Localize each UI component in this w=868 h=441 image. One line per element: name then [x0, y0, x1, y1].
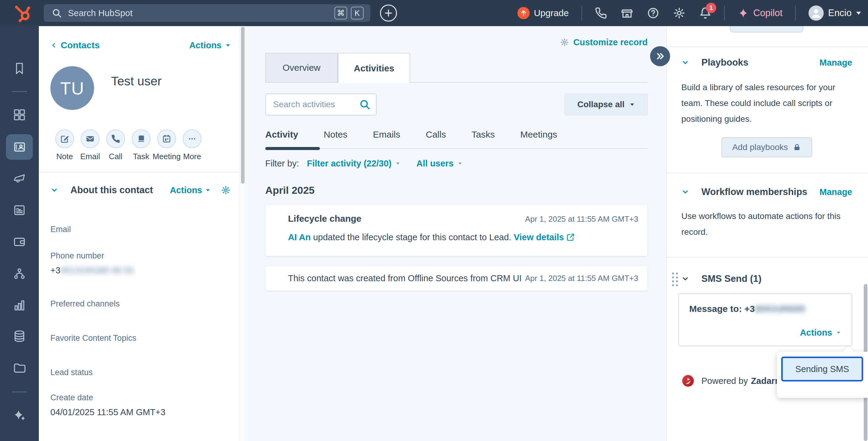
sidebar-item-library-icon[interactable] [12, 361, 26, 375]
partially-scrolled-button[interactable] [730, 26, 803, 32]
scrollbar-thumb[interactable] [241, 27, 245, 184]
copilot-button[interactable]: Copilot [738, 7, 783, 19]
caret-down-icon [630, 103, 634, 106]
meeting-label: Meeting [153, 152, 181, 161]
upgrade-arrow-icon [518, 7, 530, 19]
user-name-label: Encio [828, 8, 851, 19]
activity-card-lifecycle[interactable]: Lifecycle change Apr 1, 2025 at 11:55 AM… [265, 204, 648, 256]
sms-actions-dropdown[interactable]: Actions [800, 328, 841, 338]
task-icon [132, 129, 151, 148]
filter-users-dropdown[interactable]: All users [416, 158, 463, 169]
view-details-link[interactable]: View details [514, 232, 564, 242]
tab-calls[interactable]: Calls [426, 129, 446, 140]
email-button[interactable]: Email [81, 129, 99, 148]
sidebar-item-commerce-icon[interactable] [12, 235, 26, 249]
calling-icon[interactable] [595, 7, 607, 19]
workflows-section-title: Workflow memberships [702, 186, 807, 198]
meeting-icon [157, 129, 176, 148]
sidebar-item-data-management-icon[interactable] [12, 329, 26, 343]
back-to-contacts-link[interactable]: Contacts [51, 40, 99, 51]
call-button[interactable]: Call [106, 129, 125, 148]
caret-down-icon [396, 163, 400, 165]
sidebar-item-dashboards-icon[interactable] [12, 108, 26, 122]
sms-actions-label: Actions [800, 328, 832, 338]
call-icon [106, 129, 125, 148]
create-button[interactable] [380, 5, 397, 22]
contact-actions-dropdown[interactable]: Actions [189, 40, 231, 51]
activity-card-title: Lifecycle change [288, 213, 362, 224]
activity-card-created[interactable]: This contact was created from Offline So… [265, 265, 648, 291]
filter-by-label: Filter by: [265, 158, 299, 169]
collapse-section-chevron-icon[interactable] [681, 275, 689, 283]
powered-by-label: Powered by [702, 376, 748, 386]
upgrade-button[interactable]: Upgrade [518, 7, 569, 19]
playbooks-description: Build a library of sales resources for y… [681, 80, 858, 127]
chevron-left-icon [51, 41, 58, 49]
user-menu[interactable]: Encio [808, 5, 861, 21]
collapse-all-button[interactable]: Collapse all [564, 93, 648, 115]
collapse-section-chevron-icon[interactable] [681, 188, 689, 196]
external-link-icon [566, 233, 575, 241]
task-button[interactable]: Task [132, 129, 151, 148]
hubspot-logo-icon[interactable] [11, 2, 33, 24]
meeting-button[interactable]: Meeting [157, 129, 176, 148]
sidebar-item-bookmarks-icon[interactable] [12, 61, 26, 75]
search-icon[interactable] [359, 99, 371, 110]
field-value-create-date: 04/01/2025 11:55 AM GMT+3 [51, 407, 231, 417]
caret-down-icon [837, 332, 840, 334]
sidebar-item-reporting-icon[interactable] [12, 298, 26, 312]
about-settings-gear-icon[interactable] [221, 185, 231, 195]
collapse-section-chevron-icon[interactable] [51, 186, 58, 194]
field-value-phone[interactable]: +39013195285 69 55 [51, 265, 231, 275]
playbooks-manage-link[interactable]: Manage [819, 58, 852, 68]
marketplace-icon[interactable] [621, 7, 633, 19]
field-label-email: Email [51, 225, 231, 234]
collapse-section-chevron-icon[interactable] [681, 59, 689, 66]
hubspot-contact-record-screen: ⌘ K Upgrade [0, 0, 868, 441]
tab-overview[interactable]: Overview [265, 53, 338, 82]
email-icon [81, 129, 99, 148]
topbar-divider [795, 6, 796, 20]
sidebar-item-automations-icon[interactable] [12, 267, 26, 281]
sidebar-item-content-icon[interactable] [12, 203, 26, 217]
panel-divider [39, 172, 240, 173]
tab-tasks[interactable]: Tasks [471, 129, 495, 140]
global-search-input[interactable] [62, 8, 335, 18]
settings-gear-icon[interactable] [673, 7, 685, 19]
sms-recipient-masked: 8093185695 [755, 304, 805, 314]
tab-notes[interactable]: Notes [323, 129, 347, 140]
sms-recipient-prefix: Message to: +3 [689, 304, 755, 314]
sidebar-divider [11, 91, 27, 92]
contact-avatar: TU [51, 66, 94, 110]
menu-item-sending-sms[interactable]: Sending SMS [781, 357, 863, 381]
note-icon [55, 129, 74, 148]
actor-link[interactable]: AI An [288, 232, 311, 242]
phone-masked: 9013195285 69 55 [60, 265, 134, 275]
sms-message-card[interactable]: Message to: +38093185695 Actions [678, 293, 852, 346]
help-icon[interactable] [647, 7, 659, 19]
upgrade-label: Upgrade [534, 8, 569, 18]
field-label-phone: Phone number [51, 251, 231, 261]
tab-meetings[interactable]: Meetings [520, 129, 557, 140]
field-label-create-date: Create date [51, 393, 231, 403]
workflows-manage-link[interactable]: Manage [819, 187, 852, 197]
collapse-right-panel-button[interactable] [650, 46, 670, 66]
drag-handle-icon[interactable] [671, 271, 679, 289]
tab-activity[interactable]: Activity [265, 129, 298, 140]
workflows-description: Use workflows to automate actions for th… [681, 208, 858, 240]
sidebar-item-ai-assistant-icon[interactable] [12, 408, 26, 422]
about-section-title: About this contact [70, 185, 153, 196]
activity-filter-tabs: Activity Notes Emails Calls Tasks Meetin… [265, 129, 648, 140]
note-button[interactable]: Note [55, 129, 74, 148]
tab-activities[interactable]: Activities [338, 53, 410, 83]
sidebar-item-marketing-icon[interactable] [12, 172, 26, 186]
about-actions-dropdown[interactable]: Actions [170, 185, 211, 195]
customize-record-link[interactable]: Customize record [265, 37, 648, 48]
notifications-bell-icon[interactable]: 1 [699, 7, 711, 19]
sidebar-item-crm-contacts-icon[interactable] [12, 140, 26, 154]
more-button[interactable]: More [183, 129, 202, 148]
filter-activity-dropdown[interactable]: Filter activity (22/30) [307, 158, 401, 169]
filter-users-label: All users [416, 158, 454, 169]
add-playbooks-button[interactable]: Add playbooks [721, 137, 812, 157]
tab-emails[interactable]: Emails [373, 129, 400, 140]
